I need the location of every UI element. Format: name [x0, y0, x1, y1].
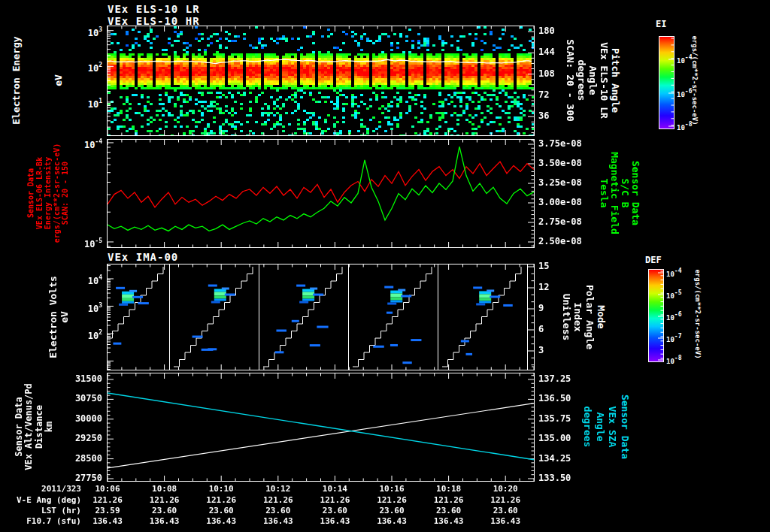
panel3-left-axis-label: Electron Volts [47, 276, 58, 358]
panel4-left-axis-label: VEx Alt/Venus/Pd [23, 383, 34, 470]
y-axis-tick-label: 136.50 [538, 394, 571, 404]
footer-value: 23.60 [483, 506, 528, 515]
colorbar1-tick-label: 10-8 [677, 120, 692, 133]
y-axis-tick-label: 3 [538, 346, 544, 355]
series-line [108, 404, 534, 468]
panel1-right-axis-label: Angle [587, 65, 599, 95]
panel3-left-axis-label: eV [58, 311, 69, 323]
y-axis-tick-label: 36 [538, 111, 549, 121]
colorbar2-ticks [649, 270, 663, 361]
x-axis-time-label: 10:06 [85, 484, 130, 494]
y-axis-tick-label: 137.25 [538, 374, 571, 384]
panel4-right-axis-label: VEx SZA [607, 407, 618, 448]
footer-value: 23.60 [256, 506, 301, 515]
y-axis-tick-label: 133.50 [538, 473, 571, 483]
panel2-left-axis-label: Energy Intensity [44, 157, 52, 229]
panel2-left-axis-label: VEx ELS-06 LR-Bk [35, 157, 43, 229]
y-axis-tick-label: 27750 [30, 473, 102, 483]
series-line [108, 393, 534, 460]
panel1-left-axis-label: Electron Energy [11, 36, 22, 124]
y-axis-tick-label: 6 [538, 325, 544, 334]
panel3-right-axis-label: Polar Angle [584, 285, 595, 349]
footer-value: 23.60 [199, 506, 244, 515]
y-axis-tick-label: 135.75 [538, 414, 571, 424]
x-axis-time-label: 10:16 [369, 484, 414, 494]
panel4-left-axis-label: km [44, 422, 54, 432]
colorbar2-tick-label: 10-6 [666, 310, 681, 323]
colorbar1-ticks [659, 37, 674, 128]
y-axis-tick-label: 10-5 [30, 237, 102, 249]
panel4-series-svg [108, 373, 534, 481]
y-axis-tick-label: 144 [538, 47, 555, 57]
panel1-right-axis-label: Pitch Angle [610, 48, 621, 113]
y-axis-tick-label: 28500 [30, 454, 102, 464]
colorbar2-tick-label: 10-7 [666, 332, 681, 345]
footer-row-label: V-E Ang (deg) [0, 495, 81, 505]
footer-value: 136.43 [199, 516, 244, 526]
panel2-right-axis-label: Magnetic Field [609, 152, 620, 234]
y-axis-tick-label: 9 [538, 304, 544, 313]
panel4-left-axis-label: Distance [34, 405, 44, 449]
y-axis-tick-label: 135.00 [538, 434, 571, 443]
footer-value: 136.43 [483, 516, 528, 526]
colorbar2-tick-label: 10-5 [666, 289, 681, 301]
x-axis-time-label: 10:20 [483, 484, 528, 494]
colorbar1-units: ergs/(cm**2-sr-sec-eV) [691, 35, 699, 125]
colorbar2-tick-label: 10-4 [666, 267, 681, 280]
y-axis-tick-label: 3.75e-08 [538, 139, 582, 149]
colorbar1-title: EI [656, 20, 666, 29]
panel3-title: VEx IMA-00 [108, 251, 178, 263]
panel1-right-axis-label: degrees [576, 60, 587, 101]
panel2-right-axis-label: S/C B [620, 178, 631, 207]
colorbar1-ei [659, 36, 675, 129]
footer-value: 23.60 [142, 506, 187, 515]
panel2-left-axis-label: ergs/(cm**2-sr-sec-eV) [52, 144, 60, 243]
x-axis-time-label: 10:14 [312, 484, 357, 494]
y-axis-tick-label: 180 [538, 26, 555, 36]
panel2-series-svg [108, 140, 534, 247]
y-axis-tick-label: 2.50e-08 [538, 237, 582, 246]
footer-value: 136.43 [142, 516, 187, 526]
y-axis-tick-label: 2.75e-08 [538, 217, 582, 227]
panel1-ticks [108, 26, 534, 135]
footer-value: 23.60 [426, 506, 471, 515]
footer-value: 136.43 [85, 516, 130, 526]
y-axis-tick-label: 134.25 [538, 454, 571, 464]
panel2-right-axis-label: Tesla [599, 178, 610, 207]
panel4-left-axis-label: Sensor Data [14, 397, 24, 456]
y-axis-tick-label: 31500 [30, 374, 102, 384]
colorbar1-tick-label: 10-4 [677, 53, 692, 66]
y-axis-tick-label: 12 [538, 283, 549, 292]
panel3-right-axis-label: Index [572, 302, 584, 331]
panel3-spectrogram [107, 264, 535, 370]
panel4-right-axis-label: degrees [582, 407, 593, 448]
panel4-right-axis-label: Angle [594, 412, 605, 441]
colorbar2-def [648, 269, 664, 362]
panel1-right-axis-label: VEx ELS-10 LR [599, 42, 610, 119]
panel1-title-lr: VEx ELS-10 LR [108, 3, 200, 15]
y-axis-tick-label: 10-4 [30, 138, 102, 150]
colorbar2-tick-label: 10-8 [666, 354, 681, 367]
footer-value: 136.43 [426, 516, 471, 526]
y-axis-tick-label: 3.50e-08 [538, 159, 582, 168]
footer-value: 136.43 [312, 516, 357, 526]
y-axis-tick-label: 15 [538, 261, 549, 271]
y-axis-tick-label: 108 [538, 69, 555, 79]
footer-value: 23.59 [85, 506, 130, 515]
footer-value: 121.26 [256, 495, 301, 505]
y-axis-tick-label: 30750 [30, 394, 102, 404]
panel2-left-axis-label: Sensor Data [26, 168, 35, 218]
footer-value: 121.26 [142, 495, 187, 505]
panel2-left-axis-label: SCAN: 20 - 150 [61, 162, 69, 225]
colorbar2-units: ergs/(cm**2-sr-sec-eV) [694, 269, 702, 358]
panel1-right-axis-label: SCAN: 20 - 300 [565, 39, 576, 122]
panel1-left-axis-label: eV [53, 74, 64, 86]
y-axis-tick-label: 103 [30, 26, 102, 38]
y-axis-tick-label: 102 [30, 328, 102, 341]
footer-value: 121.26 [369, 495, 414, 505]
y-axis-tick-label: 102 [30, 61, 102, 74]
footer-value: 121.26 [426, 495, 471, 505]
footer-value: 136.43 [256, 516, 301, 526]
x-axis-time-label: 10:10 [199, 484, 244, 494]
footer-value: 121.26 [312, 495, 357, 505]
